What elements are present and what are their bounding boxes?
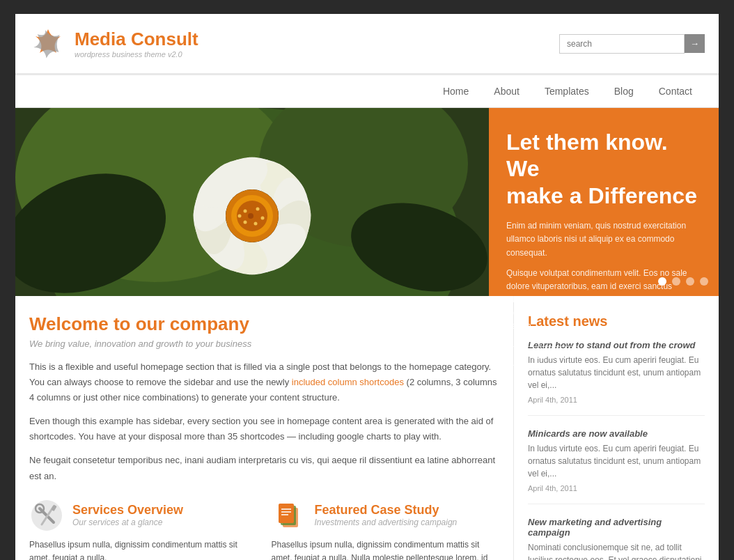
services-icon <box>29 498 64 533</box>
read-more-label: read more <box>529 351 568 361</box>
svg-point-26 <box>244 221 247 224</box>
sidebar: Latest news Learn how to stand out from … <box>513 296 719 560</box>
slider-pagination <box>658 277 708 286</box>
news-title-3: New marketing and advertising campaign <box>528 517 705 538</box>
services-subtitle: Our services at a glance <box>72 518 183 527</box>
case-study-subtitle: Investments and advertising campaign <box>315 518 458 527</box>
svg-point-28 <box>248 213 253 219</box>
logo-text: Media Consult wordpress business theme v… <box>75 29 198 59</box>
site-title-accent: Consult <box>131 29 198 49</box>
news-text-2: In ludus virtute eos. Eu cum aperiri feu… <box>528 442 705 480</box>
case-study-icon <box>272 498 306 533</box>
slider-dot-1[interactable] <box>658 277 666 286</box>
news-title-2: Minicards are now available <box>528 428 705 439</box>
svg-point-22 <box>244 210 247 213</box>
case-study-box-header: Featured Case Study Investments and adve… <box>272 498 500 533</box>
read-more-button[interactable]: → read more <box>506 346 578 366</box>
services-box-header: Services Overview Our services at a glan… <box>29 498 258 533</box>
news-date-1: April 4th, 2011 <box>528 396 577 404</box>
body-paragraph-1: This is a flexible and useful homepage s… <box>29 359 499 405</box>
logo: Media Consult wordpress business theme v… <box>29 24 198 63</box>
services-box: Services Overview Our services at a glan… <box>29 498 258 560</box>
search-input[interactable] <box>559 34 685 54</box>
site-tagline: wordpress business theme v2.0 <box>75 50 198 59</box>
nav-blog[interactable]: Blog <box>602 75 646 107</box>
search-form: → <box>559 34 705 54</box>
case-study-title: Featured Case Study <box>315 503 458 518</box>
slider-heading: Let them know. We make a Difference <box>506 129 701 209</box>
welcome-tagline: We bring value, innovation and growth to… <box>29 339 499 349</box>
content-area: Welcome to our company We bring value, i… <box>15 296 513 560</box>
slider-para1: Enim ad minim veniam, quis nostrud exerc… <box>506 219 701 260</box>
site-title: Media Consult <box>75 29 198 50</box>
nav-about[interactable]: About <box>481 75 532 107</box>
news-item-3: New marketing and advertising campaign N… <box>528 517 705 560</box>
case-study-text: Phasellus ipsum nulla, dignissim condime… <box>272 538 500 560</box>
svg-point-25 <box>254 222 258 226</box>
feature-boxes: Services Overview Our services at a glan… <box>29 498 499 560</box>
search-button[interactable]: → <box>685 34 705 53</box>
slider-dot-2[interactable] <box>672 277 680 286</box>
svg-point-23 <box>256 208 260 211</box>
main-content: Welcome to our company We bring value, i… <box>15 296 719 560</box>
svg-rect-36 <box>279 504 294 523</box>
slider-dot-3[interactable] <box>686 277 694 286</box>
svg-point-27 <box>238 215 242 218</box>
news-date-2: April 4th, 2011 <box>528 484 577 492</box>
slider-image <box>15 108 489 296</box>
news-text-3: Nominati conclusionemque sit ne, ad toll… <box>528 541 705 560</box>
case-study-box: Featured Case Study Investments and adve… <box>272 498 500 560</box>
svg-point-24 <box>261 217 265 220</box>
welcome-heading: Welcome to our company <box>29 313 499 335</box>
nav-home[interactable]: Home <box>430 75 481 107</box>
arrow-icon: → <box>517 351 525 361</box>
flower-image <box>15 108 489 296</box>
nav-contact[interactable]: Contact <box>646 75 705 107</box>
services-title: Services Overview <box>72 503 183 518</box>
slider-content: Let them know. We make a Difference Enim… <box>489 108 719 296</box>
main-nav: Home About Templates Blog Contact <box>15 75 719 108</box>
body-paragraph-3: Ne feugait consetetur temporibus nec, in… <box>29 453 499 483</box>
slider-dot-4[interactable] <box>700 277 708 286</box>
logo-icon <box>29 24 68 63</box>
body-paragraph-2: Even though this example has sidebar, ev… <box>29 414 499 444</box>
shortcodes-link[interactable]: included column shortcodes <box>292 377 404 387</box>
services-text: Phasellus ipsum nulla, dignissim condime… <box>29 538 258 560</box>
hero-slider: Let them know. We make a Difference Enim… <box>15 108 719 296</box>
nav-templates[interactable]: Templates <box>532 75 602 107</box>
news-item-2: Minicards are now available In ludus vir… <box>528 428 705 504</box>
site-title-plain: Media <box>75 29 126 49</box>
